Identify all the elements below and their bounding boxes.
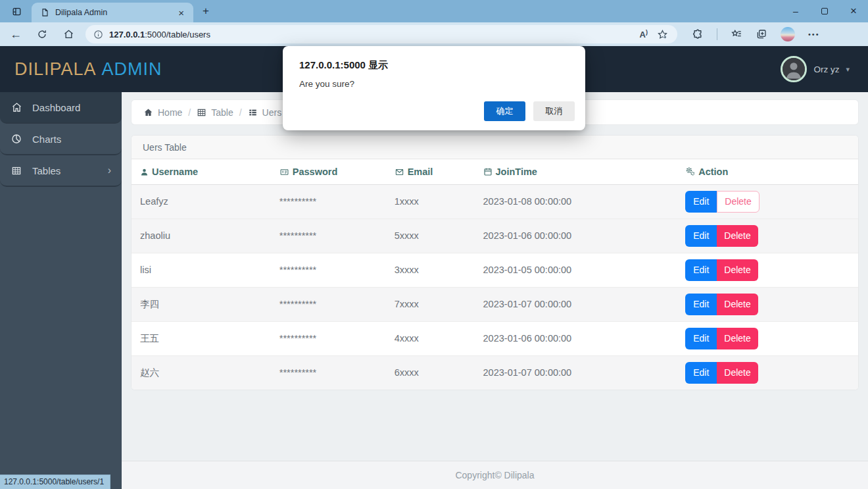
column-action: Action — [677, 159, 858, 184]
cell-action: EditDelete — [677, 219, 858, 253]
delete-button[interactable]: Delete — [717, 294, 758, 315]
delete-button[interactable]: Delete — [717, 191, 759, 213]
cell-username: zhaoliu — [132, 219, 271, 253]
table-row: 李四**********7xxxx2023-01-07 00:00:00Edit… — [132, 287, 858, 321]
cell-email: 1xxxx — [386, 184, 475, 219]
sidebar-item-label: Dashboard — [32, 102, 80, 113]
gears-icon — [685, 167, 695, 176]
site-info-icon[interactable] — [93, 30, 103, 39]
status-bar: 127.0.0.1:5000/table/users/1 — [0, 475, 110, 489]
delete-button[interactable]: Delete — [717, 225, 758, 247]
edit-button[interactable]: Edit — [685, 328, 717, 349]
sidebar-item-label: Charts — [32, 134, 61, 145]
url-text[interactable]: 127.0.0.1:5000/table/users — [109, 30, 640, 39]
dialog-cancel-button[interactable]: 取消 — [533, 101, 575, 121]
sidebar-item-dashboard[interactable]: Dashboard — [0, 92, 122, 124]
cell-email: 5xxxx — [386, 219, 475, 253]
cell-email: 4xxxx — [386, 321, 475, 355]
cell-action: EditDelete — [677, 287, 858, 321]
home-icon — [143, 108, 153, 117]
column-email: Email — [386, 159, 475, 184]
action-button-group: EditDelete — [685, 259, 758, 281]
pie-chart-icon — [11, 134, 24, 145]
tab-actions-button[interactable] — [7, 3, 26, 19]
cell-password: ********** — [271, 219, 386, 253]
action-button-group: EditDelete — [685, 328, 758, 349]
favorite-star-icon[interactable] — [657, 29, 668, 40]
refresh-icon — [37, 29, 47, 39]
home-button[interactable] — [58, 25, 79, 43]
favorites-bar-icon[interactable] — [731, 28, 742, 40]
delete-button[interactable]: Delete — [717, 362, 758, 384]
delete-button[interactable]: Delete — [717, 259, 758, 281]
table-row: lisi**********3xxxx2023-01-05 00:00:00Ed… — [132, 253, 858, 287]
cell-jointime: 2023-01-06 00:00:00 — [475, 219, 677, 253]
user-icon — [140, 168, 149, 176]
edit-button[interactable]: Edit — [685, 191, 717, 213]
maximize-button[interactable] — [810, 0, 839, 22]
table-header-row: Username Password Email JoinTime Action — [132, 159, 858, 184]
back-button[interactable]: ← — [5, 25, 26, 43]
screen: Dilipala Admin × + – × ← 127.0.0.1:5000/… — [0, 0, 868, 489]
collections-icon[interactable] — [756, 28, 767, 40]
copyright-text: Copyright© Dilipala — [455, 470, 534, 480]
cell-email: 6xxxx — [386, 355, 475, 390]
edit-button[interactable]: Edit — [685, 225, 717, 247]
window-controls: – × — [781, 0, 868, 22]
minimize-button[interactable]: – — [781, 0, 810, 22]
users-table-card: Uers Table Username Password Email JoinT… — [132, 136, 858, 390]
browser-tab[interactable]: Dilipala Admin × — [32, 3, 193, 22]
browser-profile-avatar[interactable] — [781, 27, 795, 41]
cell-action: EditDelete — [677, 321, 858, 355]
sidebar-item-charts[interactable]: Charts — [0, 124, 122, 155]
action-button-group: EditDelete — [685, 294, 758, 315]
settings-more-icon[interactable]: ••• — [808, 30, 820, 38]
sidebar-item-tables[interactable]: Tables › — [0, 155, 122, 187]
main-content: Home / Table / Uers Table — [122, 92, 868, 489]
envelope-icon — [395, 168, 404, 176]
url-host: 127.0.0.1 — [109, 30, 145, 39]
logo-primary: DILIPALA — [14, 59, 97, 79]
sidebar-item-label: Tables — [32, 165, 60, 176]
cell-username: 王五 — [132, 321, 271, 355]
column-password: Password — [271, 159, 386, 184]
action-button-group: EditDelete — [685, 362, 758, 384]
column-username: Username — [132, 159, 271, 184]
cell-username: 赵六 — [132, 355, 271, 390]
sidebar: Dashboard Charts Tables › — [0, 92, 122, 489]
home-icon — [63, 29, 74, 39]
dialog-ok-button[interactable]: 确定 — [484, 101, 525, 121]
cell-email: 3xxxx — [386, 253, 475, 287]
extensions-icon[interactable] — [692, 28, 704, 40]
page-icon — [41, 8, 49, 17]
edit-button[interactable]: Edit — [685, 259, 717, 281]
cell-username: 李四 — [132, 287, 271, 321]
edit-button[interactable]: Edit — [685, 362, 717, 384]
tab-title: Dilipala Admin — [55, 8, 176, 17]
new-tab-button[interactable]: + — [203, 5, 209, 18]
table-grid-icon — [11, 165, 24, 176]
cell-email: 7xxxx — [386, 287, 475, 321]
table-row: Leafyz**********1xxxx2023-01-08 00:00:00… — [132, 184, 858, 219]
refresh-button[interactable] — [32, 25, 53, 43]
edit-button[interactable]: Edit — [685, 294, 717, 315]
address-bar[interactable]: 127.0.0.1:5000/table/users A) — [85, 25, 677, 43]
user-menu[interactable]: Orz yz ▾ — [781, 56, 850, 82]
cell-password: ********** — [271, 287, 386, 321]
breadcrumb-separator: / — [239, 107, 242, 118]
browser-toolbar: ← 127.0.0.1:5000/table/users A) — [0, 22, 868, 46]
cell-jointime: 2023-01-07 00:00:00 — [475, 355, 677, 390]
submenu-chevron-icon: › — [108, 165, 111, 176]
delete-button[interactable]: Delete — [717, 328, 758, 349]
read-aloud-icon[interactable]: A) — [640, 29, 648, 39]
browser-titlebar: Dilipala Admin × + – × — [0, 0, 868, 22]
dashboard-home-icon — [11, 102, 24, 113]
column-jointime: JoinTime — [475, 159, 677, 184]
cell-action: EditDelete — [677, 253, 858, 287]
chevron-down-icon: ▾ — [846, 65, 850, 74]
breadcrumb-table[interactable]: Table — [197, 107, 233, 118]
list-icon — [248, 108, 258, 117]
breadcrumb-home[interactable]: Home — [143, 107, 182, 118]
close-window-button[interactable]: × — [839, 0, 868, 22]
tab-close-icon[interactable]: × — [176, 7, 187, 18]
